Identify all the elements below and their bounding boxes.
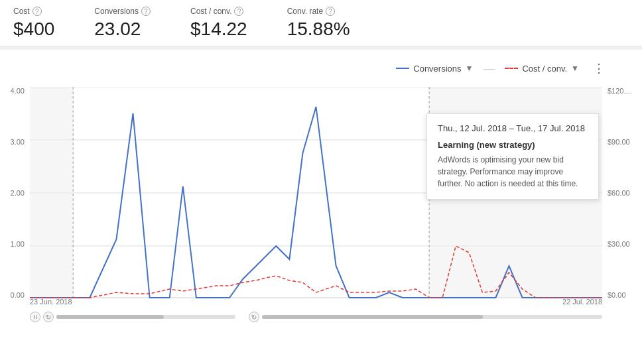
legend-separator: — — [483, 62, 495, 76]
more-options-button[interactable]: ⋮ — [589, 60, 609, 77]
tooltip-date: Thu., 12 Jul. 2018 – Tue., 17 Jul. 2018 — [438, 123, 588, 133]
y-axis-left: 4.00 3.00 2.00 1.00 0.00 — [0, 87, 30, 299]
legend-blue-line — [396, 68, 409, 69]
legend-cost-conv-label: Cost / conv. — [522, 64, 567, 74]
scroll-track-right[interactable] — [262, 315, 602, 319]
metric-cost-per-conv: Cost / conv. ? $14.22 — [190, 7, 247, 40]
legend-conversions[interactable]: Conversions ▼ — [396, 64, 473, 74]
cost-per-conv-help-icon[interactable]: ? — [234, 7, 243, 16]
metric-cost-value: $400 — [13, 19, 54, 40]
metric-cost-label: Cost ? — [13, 7, 54, 16]
refresh-button-left[interactable]: ↻ — [43, 312, 54, 322]
conversions-help-icon[interactable]: ? — [141, 7, 151, 16]
conv-rate-help-icon[interactable]: ? — [326, 7, 335, 16]
metric-conversions-label: Conversions ? — [94, 7, 151, 16]
metric-cost-per-conv-label: Cost / conv. ? — [190, 7, 247, 16]
scroll-thumb-left — [56, 315, 164, 319]
metrics-row: Cost ? $400 Conversions ? 23.02 Cost / c… — [0, 0, 642, 47]
legend-cost-conv[interactable]: Cost / conv. ▼ — [505, 64, 579, 74]
metric-cost-per-conv-value: $14.22 — [190, 19, 247, 40]
y-axis-right: $120.... $90.00 $60.00 $30.00 $0.00 — [602, 87, 642, 299]
svg-rect-5 — [30, 87, 73, 298]
x-axis-labels: 23 Jun. 2018 22 Jul. 2018 — [30, 298, 602, 306]
legend-row: Conversions ▼ — Cost / conv. ▼ ⋮ — [0, 56, 642, 80]
x-label-start: 23 Jun. 2018 — [30, 298, 72, 306]
tooltip-description: AdWords is optimising your new bid strat… — [438, 154, 588, 190]
scrollbar-right: ↻ — [249, 312, 602, 322]
legend-conversions-label: Conversions — [413, 64, 461, 74]
metric-conversions-value: 23.02 — [94, 19, 151, 40]
tooltip-title: Learning (new strategy) — [438, 140, 588, 150]
metric-conv-rate-value: 15.88% — [287, 19, 350, 40]
x-label-end: 22 Jul. 2018 — [562, 298, 602, 306]
refresh-button-right[interactable]: ↻ — [249, 312, 259, 322]
cost-help-icon[interactable]: ? — [32, 7, 42, 16]
metric-conv-rate: Conv. rate ? 15.88% — [287, 7, 350, 40]
metric-conversions: Conversions ? 23.02 — [94, 7, 151, 40]
chart-container: Conversions ▼ — Cost / conv. ▼ ⋮ 4.00 3.… — [0, 50, 642, 355]
legend-cost-conv-dropdown[interactable]: ▼ — [571, 64, 579, 73]
legend-conversions-dropdown[interactable]: ▼ — [466, 64, 474, 73]
scrollbar-left: ⏸ ↻ — [30, 312, 235, 322]
metric-cost: Cost ? $400 — [13, 7, 54, 40]
scroll-thumb-right — [262, 315, 483, 319]
metric-conv-rate-label: Conv. rate ? — [287, 7, 350, 16]
scroll-track-left[interactable] — [56, 315, 235, 319]
legend-red-line — [505, 68, 518, 69]
tooltip: Thu., 12 Jul. 2018 – Tue., 17 Jul. 2018 … — [426, 113, 599, 200]
pause-button[interactable]: ⏸ — [30, 312, 40, 322]
